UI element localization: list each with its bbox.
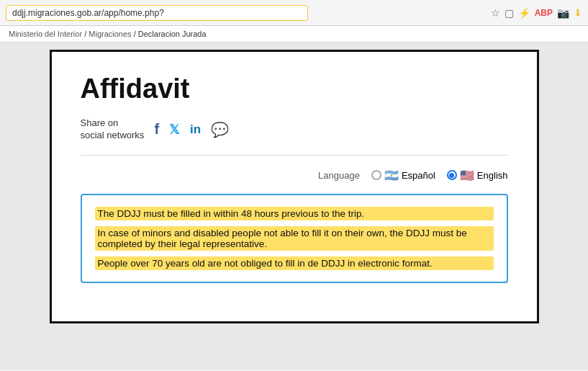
camera-icon[interactable]: 📷 [557,7,569,19]
lang-es-label: Español [402,170,435,181]
browser-icons: ☆ ▢ ⚡ ABP 📷 ⬇ [491,7,582,19]
language-option-es[interactable]: 🇦🇷 Español [371,169,435,182]
lang-en-label: English [477,170,508,181]
twitter-icon[interactable]: 𝕏 [169,122,180,138]
info-box: The DDJJ must be filled in within 48 hou… [81,194,508,283]
page-wrapper: Affidavit Share on social networks f 𝕏 i… [0,43,588,369]
whatsapp-icon[interactable]: 💬 [211,121,229,138]
adblock-icon[interactable]: ABP [535,8,553,18]
social-share-row: Share on social networks f 𝕏 in 💬 [81,117,508,142]
flag-en: 🇺🇸 [460,169,474,182]
star-icon[interactable]: ☆ [491,7,500,19]
info-line-2: In case of minors and disabled people no… [95,226,494,251]
breadcrumb-current: Declaracion Jurada [138,30,207,38]
divider [81,155,508,156]
browser-bar: ddjj.migraciones.gob.ar/app/home.php? ☆ … [0,0,588,26]
language-label: Language [318,170,360,181]
radio-es[interactable] [371,170,381,180]
breadcrumb-ministerio[interactable]: Ministerio del Interior [9,30,82,38]
page-title: Affidavit [81,73,508,104]
language-option-en[interactable]: 🇺🇸 English [447,169,508,182]
breadcrumb-migraciones[interactable]: Migraciones [89,30,131,38]
social-label: Share on social networks [81,117,145,142]
content-box: Affidavit Share on social networks f 𝕏 i… [50,50,539,323]
flag-es: 🇦🇷 [384,169,399,182]
linkedin-icon[interactable]: in [190,122,201,137]
breadcrumb: Ministerio del Interior / Migraciones / … [0,26,588,43]
download-icon[interactable]: ⬇ [574,7,582,19]
info-line-1: The DDJJ must be filled in within 48 hou… [95,207,494,220]
lightning-icon[interactable]: ⚡ [518,7,530,19]
radio-en[interactable] [447,170,457,180]
window-icon[interactable]: ▢ [505,7,514,19]
info-line-3: People over 70 years old are not obliged… [95,256,494,270]
url-bar[interactable]: ddjj.migraciones.gob.ar/app/home.php? [6,5,308,21]
facebook-icon[interactable]: f [154,121,159,138]
language-row: Language 🇦🇷 Español 🇺🇸 English [81,169,508,182]
